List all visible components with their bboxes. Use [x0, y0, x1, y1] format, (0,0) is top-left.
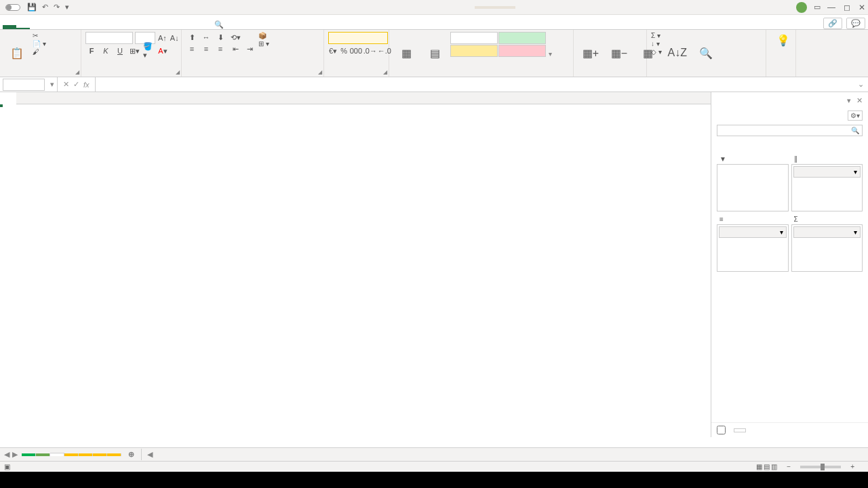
clipboard-launcher-icon[interactable]: ◢ — [75, 69, 79, 75]
autosum-button[interactable]: Σ ▾ — [651, 32, 662, 39]
qat-more-icon[interactable]: ▾ — [65, 3, 69, 12]
style-schlecht[interactable] — [498, 45, 546, 57]
pane-dropdown-icon[interactable]: ▾ — [847, 96, 851, 105]
close-icon[interactable]: ✕ — [859, 3, 865, 12]
tab-ueberpruefen[interactable] — [84, 25, 98, 29]
add-sheet-button[interactable]: ⊕ — [121, 449, 142, 460]
cut-button[interactable]: ✂ — [33, 32, 46, 39]
sheet-tab-03[interactable] — [79, 453, 93, 456]
name-box[interactable] — [3, 79, 45, 91]
border-button[interactable]: ⊞▾ — [128, 45, 140, 56]
save-icon[interactable]: 💾 — [27, 3, 37, 12]
rows-area[interactable]: ▾ — [717, 224, 789, 272]
style-neutral[interactable] — [450, 45, 498, 57]
enter-formula-icon[interactable]: ✓ — [73, 80, 79, 89]
sheet-tab-rohdaten[interactable] — [22, 453, 36, 456]
align-left-icon[interactable]: ≡ — [186, 43, 198, 54]
style-standard[interactable] — [450, 32, 498, 44]
align-middle-icon[interactable]: ↔ — [200, 32, 212, 43]
update-button[interactable] — [734, 428, 746, 432]
tab-next-icon[interactable]: ▶ — [12, 450, 18, 459]
italic-button[interactable]: K — [100, 45, 112, 56]
insert-cells-button[interactable]: ▦+ — [578, 32, 604, 75]
tab-daten[interactable] — [71, 25, 84, 29]
font-name-select[interactable] — [85, 32, 133, 44]
autosave-toggle[interactable] — [3, 4, 20, 11]
styles-more-icon[interactable]: ▾ — [549, 50, 552, 58]
fill-color-button[interactable]: 🪣▾ — [142, 45, 155, 56]
find-select-button[interactable]: 🔍 — [693, 32, 719, 75]
tab-einfuegen[interactable] — [30, 25, 43, 29]
fx-icon[interactable]: fx — [83, 81, 90, 89]
number-launcher-icon[interactable]: ◢ — [383, 69, 387, 75]
number-format-select[interactable] — [328, 32, 388, 44]
underline-button[interactable]: U — [114, 45, 126, 56]
currency-icon[interactable]: €▾ — [328, 45, 338, 56]
thousands-icon[interactable]: 000 — [350, 45, 362, 56]
tab-hilfe[interactable] — [125, 25, 138, 29]
indent-increase-icon[interactable]: ⇥ — [243, 43, 256, 54]
formula-expand-icon[interactable]: ⌄ — [854, 80, 868, 89]
bold-button[interactable]: F — [85, 45, 98, 56]
tab-ansicht[interactable] — [98, 25, 111, 29]
sheet-tab-02[interactable] — [64, 453, 79, 456]
zoom-slider[interactable] — [800, 466, 841, 468]
sheet-tab-05[interactable] — [107, 453, 121, 456]
format-as-table-button[interactable]: ▤ — [422, 32, 448, 75]
tab-entwicklertools[interactable] — [111, 25, 125, 29]
tab-entwurf[interactable] — [193, 25, 206, 29]
undo-icon[interactable]: ↶ — [42, 3, 48, 12]
field-search-input[interactable]: 🔍 — [717, 125, 863, 136]
sheet-tab-aufgaben[interactable] — [36, 453, 50, 456]
maximize-icon[interactable]: ◻ — [844, 3, 850, 12]
style-gut[interactable] — [498, 32, 546, 44]
cancel-formula-icon[interactable]: ✕ — [63, 80, 69, 89]
copy-button[interactable]: 📄 ▾ — [33, 40, 46, 47]
sheet-tab-01[interactable] — [50, 453, 64, 456]
tab-datei[interactable] — [3, 25, 16, 29]
alignment-launcher-icon[interactable]: ◢ — [318, 69, 322, 75]
columns-area-item[interactable]: ▾ — [793, 166, 861, 178]
scroll-left-icon[interactable]: ◀ — [147, 450, 153, 459]
format-painter-button[interactable]: 🖌 — [33, 48, 46, 56]
orientation-icon[interactable]: ⟲▾ — [229, 32, 241, 43]
worksheet[interactable] — [0, 92, 711, 437]
align-right-icon[interactable]: ≡ — [214, 43, 226, 54]
tab-factset[interactable] — [138, 25, 152, 29]
search-icon[interactable]: 🔍 — [214, 20, 224, 29]
zoom-out-icon[interactable]: − — [787, 463, 791, 470]
values-area[interactable]: ▾ — [791, 224, 863, 272]
tab-formeln[interactable] — [57, 25, 71, 29]
tab-seitenlayout[interactable] — [43, 25, 57, 29]
delete-cells-button[interactable]: ▦− — [606, 32, 632, 75]
paste-button[interactable]: 📋 — [4, 32, 30, 75]
conditional-formatting-button[interactable]: ▦ — [393, 32, 419, 75]
font-color-button[interactable]: A▾ — [157, 45, 169, 56]
pane-close-icon[interactable]: ✕ — [856, 96, 863, 105]
tab-powerpivot[interactable] — [165, 25, 179, 29]
align-bottom-icon[interactable]: ⬇ — [214, 32, 226, 43]
gear-icon[interactable]: ⚙▾ — [848, 110, 863, 121]
tab-fuzzy-lookup[interactable] — [152, 25, 165, 29]
tab-analysieren[interactable] — [179, 25, 193, 29]
wrap-text-button[interactable]: 📦 — [258, 32, 269, 39]
defer-layout-checkbox[interactable] — [717, 426, 726, 434]
share-button[interactable]: 🔗 — [823, 18, 842, 29]
tab-prev-icon[interactable]: ◀ — [4, 450, 9, 459]
tab-start[interactable] — [16, 24, 30, 29]
record-macro-icon[interactable]: ▣ — [4, 463, 10, 470]
increase-font-icon[interactable]: A↑ — [157, 33, 167, 43]
sheet-tab-04[interactable] — [93, 453, 107, 456]
decrease-font-icon[interactable]: A↓ — [170, 33, 180, 43]
percent-icon[interactable]: % — [340, 45, 348, 56]
user-avatar[interactable] — [796, 2, 807, 13]
align-center-icon[interactable]: ≡ — [200, 43, 212, 54]
name-box-dropdown-icon[interactable]: ▾ — [47, 80, 57, 89]
cell-grid[interactable] — [16, 104, 700, 437]
more-tables-link[interactable] — [711, 142, 868, 147]
font-launcher-icon[interactable]: ◢ — [176, 69, 180, 75]
ideas-button[interactable]: 💡 — [770, 32, 796, 49]
page-break-view-icon[interactable]: ▥ — [771, 463, 777, 470]
fill-button[interactable]: ↓ ▾ — [651, 40, 662, 47]
merge-button[interactable]: ⊞ ▾ — [258, 40, 269, 47]
